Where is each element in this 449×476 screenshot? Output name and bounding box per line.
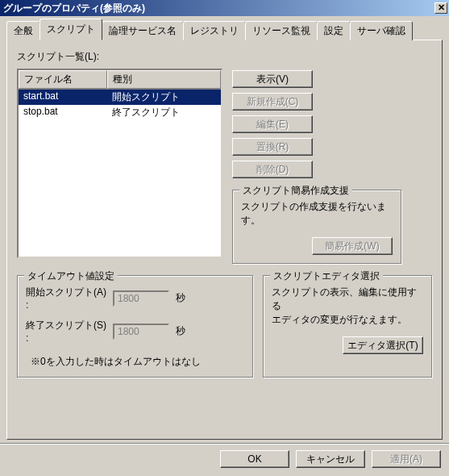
column-type[interactable]: 種別 [107, 70, 221, 89]
listview-header: ファイル名 種別 [19, 70, 221, 90]
cell-type: 終了スクリプト [107, 105, 221, 120]
tab-registry[interactable]: レジストリ [183, 21, 246, 40]
group-editor-select: スクリプトエディタ選択 スクリプトの表示、編集に使用する エディタの変更が行なえ… [263, 275, 432, 378]
button-column: 表示(V) 新規作成(C) 編集(E) 置換(R) 削除(D) [232, 69, 401, 178]
group-editor-legend: スクリプトエディタ選択 [270, 269, 383, 283]
delete-button: 削除(D) [232, 161, 313, 178]
ok-button[interactable]: OK [220, 450, 289, 468]
group-simple-support: スクリプト簡易作成支援 スクリプトの作成支援を行ないます。 簡易作成(W) [232, 190, 401, 264]
tab-settings[interactable]: 設定 [317, 21, 351, 40]
editor-text-1: スクリプトの表示、編集に使用する [272, 286, 423, 313]
tab-logical-service[interactable]: 論理サービス名 [102, 21, 184, 40]
titlebar: グループのプロパティ(参照のみ) ✕ [0, 0, 449, 16]
editor-select-button[interactable]: エディタ選択(T) [343, 336, 423, 354]
editor-text-2: エディタの変更が行なえます。 [272, 313, 423, 327]
tab-strip: 全般 スクリプト 論理サービス名 レジストリ リソース監視 設定 サーバ確認 [6, 23, 443, 40]
tab-general[interactable]: 全般 [6, 21, 40, 40]
window-title: グループのプロパティ(参照のみ) [3, 2, 434, 15]
tab-resource-monitor[interactable]: リソース監視 [245, 21, 318, 40]
start-timeout-field: 1800 [113, 290, 169, 307]
group-simple-support-legend: スクリプト簡易作成支援 [239, 184, 352, 198]
script-listview[interactable]: ファイル名 種別 start.bat 開始スクリプト stop.bat 終了スク… [17, 69, 222, 258]
timeout-note: ※0を入力した時はタイムアウトはなし [26, 352, 244, 369]
table-row[interactable]: start.bat 開始スクリプト [19, 90, 221, 105]
apply-button: 適用(A) [372, 450, 441, 468]
tab-server-check[interactable]: サーバ確認 [350, 21, 413, 40]
cell-filename: start.bat [19, 90, 107, 105]
tab-script[interactable]: スクリプト [39, 19, 102, 40]
start-script-label: 開始スクリプト(A) : [26, 286, 106, 311]
unit-seconds: 秒 [176, 291, 185, 305]
close-icon[interactable]: ✕ [434, 2, 447, 14]
client-area: 全般 スクリプト 論理サービス名 レジストリ リソース監視 設定 サーバ確認 ス… [0, 16, 449, 443]
script-list-label: スクリプト一覧(L): [17, 50, 432, 64]
column-filename[interactable]: ファイル名 [19, 70, 107, 89]
unit-seconds: 秒 [176, 324, 185, 338]
cell-type: 開始スクリプト [107, 90, 221, 105]
group-timeout-legend: タイムアウト値設定 [24, 269, 118, 283]
dialog-button-row: OK キャンセル 適用(A) [0, 443, 449, 476]
group-timeout: タイムアウト値設定 開始スクリプト(A) : 1800 秒 終了スクリプト(S)… [17, 275, 253, 378]
show-button[interactable]: 表示(V) [232, 70, 313, 88]
cell-filename: stop.bat [19, 105, 107, 120]
end-timeout-field: 1800 [113, 324, 169, 340]
replace-button: 置換(R) [232, 138, 313, 156]
table-row[interactable]: stop.bat 終了スクリプト [19, 105, 221, 120]
cancel-button[interactable]: キャンセル [296, 450, 365, 468]
end-script-label: 終了スクリプト(S) : [26, 319, 106, 344]
dialog-window: グループのプロパティ(参照のみ) ✕ 全般 スクリプト 論理サービス名 レジスト… [0, 0, 449, 476]
tab-panel-script: スクリプト一覧(L): ファイル名 種別 start.bat 開始スクリプト s… [6, 40, 443, 440]
edit-button: 編集(E) [232, 115, 313, 133]
support-text: スクリプトの作成支援を行ないます。 [241, 200, 393, 228]
simple-create-button: 簡易作成(W) [312, 237, 393, 255]
new-button: 新規作成(C) [232, 93, 313, 111]
